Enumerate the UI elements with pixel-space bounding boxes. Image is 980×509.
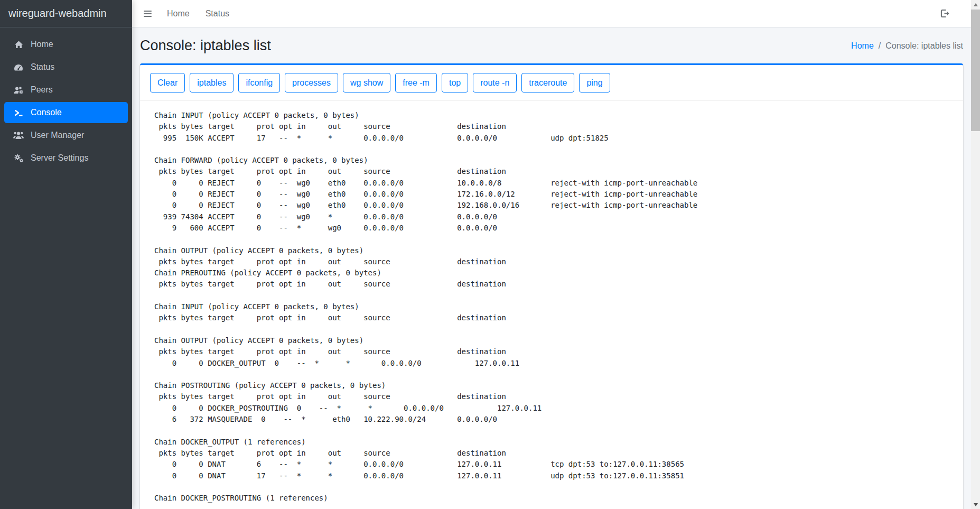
top-navbar: Home Status [132, 0, 971, 27]
page-title: Console: iptables list [140, 38, 271, 54]
scroll-up-icon[interactable] [971, 0, 980, 9]
wg-show-button[interactable]: wg show [343, 73, 390, 92]
console-output-panel: Chain INPUT (policy ACCEPT 0 packets, 0 … [140, 100, 963, 509]
scroll-down-icon[interactable] [971, 500, 980, 509]
breadcrumb-home-link[interactable]: Home [851, 41, 874, 51]
navbar-link-status[interactable]: Status [206, 9, 229, 18]
processes-button[interactable]: processes [285, 73, 338, 92]
clear-button[interactable]: Clear [150, 73, 185, 92]
iptables-button[interactable]: iptables [190, 73, 234, 92]
sidebar-item-label: Console [31, 108, 62, 117]
sidebar-item-home[interactable]: Home [4, 34, 128, 55]
sidebar-item-label: User Manager [31, 131, 84, 140]
brand-title[interactable]: wireguard-webadmin [0, 0, 132, 27]
sidebar-item-label: Server Settings [31, 153, 88, 163]
navbar-link-home[interactable]: Home [167, 9, 190, 18]
vertical-scrollbar [971, 0, 980, 509]
sidebar-menu: Home Status Peers Console User Manager [0, 27, 132, 169]
breadcrumb-separator: / [879, 41, 881, 51]
console-toolbar: Clear iptables ifconfig processes wg sho… [140, 65, 963, 100]
breadcrumb-current: Console: iptables list [885, 41, 963, 51]
ifconfig-button[interactable]: ifconfig [238, 73, 280, 92]
sidebar-item-peers[interactable]: Peers [4, 79, 128, 100]
sidebar-item-console[interactable]: Console [4, 102, 128, 123]
sidebar: wireguard-webadmin Home Status Peers Con… [0, 0, 132, 509]
breadcrumb: Home / Console: iptables list [851, 41, 963, 51]
sign-out-icon[interactable] [940, 9, 950, 18]
terminal-icon [13, 108, 24, 117]
content-header: Console: iptables list Home / Console: i… [132, 27, 971, 63]
traceroute-button[interactable]: traceroute [521, 73, 574, 92]
top-button[interactable]: top [442, 73, 468, 92]
console-card: Clear iptables ifconfig processes wg sho… [140, 63, 963, 509]
sidebar-item-user-manager[interactable]: User Manager [4, 125, 128, 146]
sidebar-item-server-settings[interactable]: Server Settings [4, 147, 128, 169]
sidebar-item-label: Status [31, 62, 54, 72]
scrollbar-thumb[interactable] [971, 10, 980, 131]
users-icon [13, 131, 24, 140]
gears-icon [13, 154, 24, 163]
main-area: Home Status Console: iptables list Home … [132, 0, 971, 509]
ping-button[interactable]: ping [579, 73, 610, 92]
route-n-button[interactable]: route -n [473, 73, 517, 92]
sidebar-item-label: Peers [31, 85, 53, 95]
console-output: Chain INPUT (policy ACCEPT 0 packets, 0 … [154, 110, 949, 504]
users-gear-icon [13, 86, 24, 95]
home-icon [13, 40, 24, 49]
free-m-button[interactable]: free -m [395, 73, 437, 92]
gauge-icon [13, 62, 24, 72]
sidebar-item-label: Home [31, 40, 53, 49]
content: Clear iptables ifconfig processes wg sho… [132, 63, 971, 509]
hamburger-menu-icon[interactable] [144, 9, 152, 18]
sidebar-item-status[interactable]: Status [4, 57, 128, 78]
